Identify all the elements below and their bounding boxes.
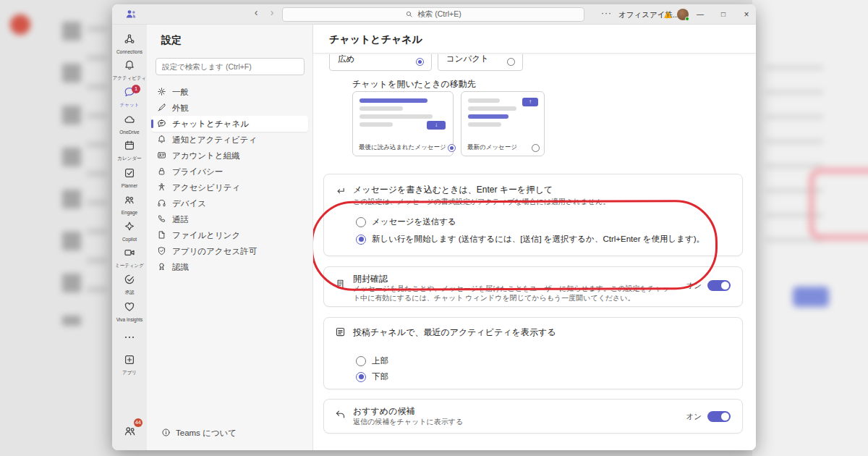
suggested-replies-card: おすすめの候補 返信の候補をチャットに表示する オン (323, 399, 743, 434)
activity-icon (124, 59, 135, 74)
sidebar-item-label: アクセシビリティ (172, 182, 240, 193)
enter-key-setting-card: メッセージを書き込むときは、Enter キーを押して この設定は、メッセージの書… (323, 174, 743, 256)
option-last-read-message[interactable]: ↓ 最後に読み込まれたメッセージ (352, 91, 454, 156)
rail-item-more[interactable] (112, 325, 147, 352)
read-receipts-card: 開封確認 メッセージを見たことや、メッセージを届けたことをユーザーに知らせます。… (323, 266, 743, 307)
settings-sidebar: 設定 一般外観チャットとチャネル通知とアクティビティアカウントと組織プライバシー… (147, 25, 313, 450)
sidebar-item-app-permissions[interactable]: アプリのアクセス許可 (151, 243, 308, 259)
rail-item-label: Planner (122, 183, 137, 188)
option-label: 上部 (372, 355, 388, 366)
app-rail-items: Connectionsアクティビティ1チャットOneDriveカレンダーPlan… (112, 25, 147, 379)
app-permissions-icon (157, 246, 166, 257)
close-button[interactable]: × (736, 4, 756, 25)
option-send-message[interactable]: メッセージを送信する (356, 216, 456, 227)
rail-item-label: Connections (116, 49, 142, 54)
background-blur-red-dot (10, 14, 30, 35)
radio-bottom[interactable] (356, 372, 366, 382)
rail-item-apps[interactable]: アプリ (112, 352, 147, 379)
background-blur-icon-column (62, 22, 81, 326)
sidebar-item-chats-channels[interactable]: チャットとチャネル (151, 116, 308, 132)
option-bottom[interactable]: 下部 (356, 371, 388, 382)
option-latest-message[interactable]: ↑ 最新のメッセージ (461, 91, 545, 156)
sidebar-item-recognition[interactable]: 認識 (151, 259, 308, 275)
sidebar-item-label: プライバシー (172, 166, 223, 177)
rail-item-label: OneDrive (119, 130, 139, 135)
read-receipts-subtitle: メッセージを見たことや、メッセージを届けたことをユーザーに知らせます。この設定を… (353, 284, 671, 303)
sidebar-item-files-links[interactable]: ファイルとリンク (151, 227, 308, 243)
teams-window: ‹ › 検索 (Ctrl+E) ··· オフィスアイ株... — □ × Con… (112, 4, 756, 450)
rail-item-activity[interactable]: アクティビティ (112, 57, 147, 84)
sidebar-item-label: デバイス (172, 198, 206, 209)
sidebar-item-general[interactable]: 一般 (151, 84, 308, 100)
settings-menu: 一般外観チャットとチャネル通知とアクティビティアカウントと組織プライバシーアクセ… (147, 84, 312, 275)
warning-icon[interactable] (663, 9, 673, 19)
option-top[interactable]: 上部 (356, 355, 388, 366)
rail-item-meeting[interactable]: ミーティング (112, 245, 147, 271)
enter-key-subtitle: この設定は、メッセージの書式設定がアクティブな場合には適用されません。 (353, 197, 610, 206)
rail-item-approvals[interactable]: 承認 (112, 271, 147, 298)
suggested-replies-toggle[interactable] (707, 411, 731, 422)
rail-item-people[interactable]: 44 (112, 421, 147, 443)
suggested-replies-toggle-group: オン (686, 411, 731, 422)
about-teams-label: Teams について (176, 428, 237, 439)
sidebar-item-privacy[interactable]: プライバシー (151, 164, 308, 180)
sidebar-item-accessibility[interactable]: アクセシビリティ (151, 180, 308, 195)
radio-last-read-message[interactable] (448, 144, 456, 152)
option-new-line[interactable]: 新しい行を開始します (送信するには、[送信] を選択するか、Ctrl+Ente… (356, 234, 705, 245)
about-teams[interactable]: Teams について (161, 428, 237, 439)
more-options-button[interactable]: ··· (601, 8, 612, 18)
rail-item-label: カレンダー (117, 156, 141, 162)
info-icon (161, 428, 171, 439)
radio-new-line[interactable] (356, 235, 366, 245)
rail-item-connections[interactable]: Connections (112, 30, 147, 57)
sidebar-item-appearance[interactable]: 外観 (151, 100, 308, 116)
sidebar-item-devices[interactable]: デバイス (151, 195, 308, 211)
rail-item-planner[interactable]: Planner (112, 164, 147, 191)
density-option-compact[interactable]: コンパクト (438, 54, 523, 71)
search-input[interactable]: 検索 (Ctrl+E) (282, 7, 584, 22)
sidebar-item-label: 一般 (172, 87, 189, 98)
read-receipt-icon (335, 279, 346, 290)
minimize-button[interactable]: — (689, 4, 711, 25)
enter-key-title: メッセージを書き込むときは、Enter キーを押して (353, 184, 553, 196)
sidebar-item-notifications[interactable]: 通知とアクティビティ (151, 132, 308, 148)
sidebar-item-label: 外観 (172, 103, 189, 114)
copilot-icon (124, 221, 135, 235)
radio-send-message[interactable] (356, 217, 366, 227)
suggested-replies-title: おすすめの候補 (353, 405, 414, 418)
calendar-icon (124, 140, 135, 154)
settings-scroll-area[interactable]: 広め コンパクト チャットを開いたときの移動先 ↓ 最後に読み込まれたメッセージ (313, 54, 756, 450)
settings-content: チャットとチャネル 広め コンパクト チャットを開いたときの移動先 (313, 25, 756, 450)
rail-item-onedrive[interactable]: OneDrive (112, 111, 147, 138)
forward-button[interactable]: › (265, 7, 278, 18)
density-option-spacious[interactable]: 広め (329, 54, 432, 71)
avatar[interactable] (677, 9, 689, 20)
option-label: メッセージを送信する (372, 216, 456, 227)
rail-item-chat[interactable]: 1チャット (112, 84, 147, 111)
maximize-button[interactable]: □ (712, 4, 734, 25)
read-receipts-toggle-group: オン (686, 280, 731, 291)
channel-activity-icon (335, 326, 346, 337)
read-receipts-toggle[interactable] (707, 280, 731, 291)
channel-activity-title: 投稿チャネルで、最近のアクティビティを表示する (353, 326, 556, 339)
sidebar-item-accounts[interactable]: アカウントと組織 (151, 148, 308, 164)
radio-density-spacious[interactable] (416, 58, 424, 66)
back-button[interactable]: ‹ (250, 7, 263, 18)
radio-density-compact[interactable] (507, 58, 515, 66)
background-blur-blue-button (793, 287, 829, 307)
sidebar-item-calls[interactable]: 通話 (151, 211, 308, 227)
settings-search-input[interactable] (156, 58, 305, 75)
search-icon (405, 10, 413, 20)
rail-item-label: 承認 (125, 290, 135, 296)
radio-top[interactable] (356, 356, 366, 366)
channel-activity-card: 投稿チャネルで、最近のアクティビティを表示する 上部 下部 (323, 317, 743, 389)
rail-item-viva-insights[interactable]: Viva Insights (112, 298, 147, 325)
rail-item-calendar[interactable]: カレンダー (112, 138, 147, 164)
search-placeholder: 検索 (Ctrl+E) (417, 9, 461, 20)
rail-item-engage[interactable]: Engage (112, 191, 147, 218)
sidebar-item-label: アカウントと組織 (172, 151, 240, 161)
density-option-label: 広め (338, 54, 354, 64)
content-header: チャットとチャネル (313, 25, 756, 54)
radio-latest-message[interactable] (532, 144, 540, 152)
rail-item-copilot[interactable]: Copilot (112, 218, 147, 245)
